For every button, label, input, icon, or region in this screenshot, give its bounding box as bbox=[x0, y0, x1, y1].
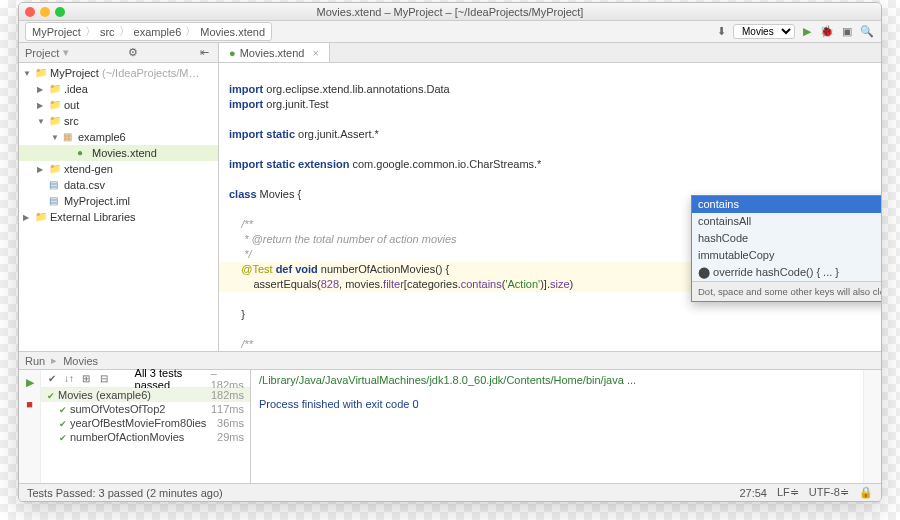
status-tests: Tests Passed: 3 passed (2 minutes ago) bbox=[27, 487, 223, 499]
test-toolbar: ✔ ↓↑ ⊞ ⊟ All 3 tests passed – 182ms bbox=[41, 370, 250, 388]
test-pass-filter-icon[interactable]: ✔ bbox=[45, 371, 58, 387]
test-expand-icon[interactable]: ⊞ bbox=[80, 371, 93, 387]
window-title: Movies.xtend – MyProject – [~/IdeaProjec… bbox=[317, 6, 584, 18]
search-icon[interactable]: 🔍 bbox=[859, 24, 875, 40]
breadcrumb[interactable]: MyProject〉 src〉 example6〉 Movies.xtend bbox=[25, 22, 272, 41]
completion-item[interactable]: ⬤ override hashCode() { ... }Object bbox=[692, 264, 881, 281]
test-collapse-icon[interactable]: ⊟ bbox=[97, 371, 110, 387]
tree-node[interactable]: ▶📁External Libraries bbox=[19, 209, 218, 225]
editor: ●Movies.xtend× import org.eclipse.xtend.… bbox=[219, 43, 881, 351]
tree-node[interactable]: ▼📁src bbox=[19, 113, 218, 129]
debug-icon[interactable]: 🐞 bbox=[819, 24, 835, 40]
status-encoding[interactable]: UTF-8≑ bbox=[809, 486, 849, 499]
console-gutter bbox=[863, 370, 881, 483]
status-line-sep[interactable]: LF≑ bbox=[777, 486, 799, 499]
tree-node[interactable]: ▶📁.idea bbox=[19, 81, 218, 97]
tree-node[interactable]: ▼▦example6 bbox=[19, 129, 218, 145]
crumb-project: MyProject bbox=[32, 26, 81, 38]
rerun-icon[interactable]: ▶ bbox=[22, 374, 38, 390]
zoom-icon[interactable] bbox=[55, 7, 65, 17]
build-icon[interactable]: ⬇︎ bbox=[713, 24, 729, 40]
tab-movies[interactable]: ●Movies.xtend× bbox=[219, 43, 330, 62]
project-header: Project ▾ ⚙ ⇤ bbox=[19, 43, 218, 63]
run-tab-label[interactable]: Run bbox=[25, 355, 45, 367]
test-row[interactable]: ✔sumOfVotesOfTop2117ms bbox=[41, 402, 250, 416]
run-tool-window: Run ▸ Movies ▶ ■ ✔ ↓↑ ⊞ ⊟ All 3 tests pa… bbox=[19, 351, 881, 483]
project-settings-icon[interactable]: ⚙ bbox=[125, 45, 141, 61]
close-icon[interactable] bbox=[25, 7, 35, 17]
status-bar: Tests Passed: 3 passed (2 minutes ago) 2… bbox=[19, 483, 881, 501]
run-name: Movies bbox=[63, 355, 98, 367]
editor-tabs: ●Movies.xtend× bbox=[219, 43, 881, 63]
crumb-src: src bbox=[100, 26, 115, 38]
console: /Library/Java/JavaVirtualMachines/jdk1.8… bbox=[251, 370, 881, 483]
console-output[interactable]: /Library/Java/JavaVirtualMachines/jdk1.8… bbox=[251, 370, 863, 483]
run-gutter: ▶ ■ bbox=[19, 370, 41, 483]
window-controls bbox=[25, 7, 65, 17]
stop-icon[interactable]: ■ bbox=[22, 396, 38, 412]
collapse-icon[interactable]: ⇤ bbox=[196, 45, 212, 61]
titlebar: Movies.xtend – MyProject – [~/IdeaProjec… bbox=[19, 3, 881, 21]
test-sort-icon[interactable]: ↓↑ bbox=[62, 371, 75, 387]
completion-item[interactable]: hashCodeSet.java bbox=[692, 230, 881, 247]
test-row[interactable]: ✔numberOfActionMovies29ms bbox=[41, 430, 250, 444]
project-tree[interactable]: ▼📁MyProject (~/IdeaProjects/M…▶📁.idea▶📁o… bbox=[19, 63, 218, 351]
test-tree[interactable]: ✔Movies (example6)182ms✔sumOfVotesOfTop2… bbox=[41, 388, 250, 483]
crumb-file: Movies.xtend bbox=[200, 26, 265, 38]
tree-node[interactable]: ▤MyProject.iml bbox=[19, 193, 218, 209]
status-caret[interactable]: 27:54 bbox=[739, 487, 767, 499]
more-icon[interactable]: ▣ bbox=[839, 24, 855, 40]
crumb-pkg: example6 bbox=[134, 26, 182, 38]
tree-node[interactable]: ▶📁xtend-gen bbox=[19, 161, 218, 177]
minimize-icon[interactable] bbox=[40, 7, 50, 17]
tree-node[interactable]: ▤data.csv bbox=[19, 177, 218, 193]
tree-node[interactable]: ▼📁MyProject (~/IdeaProjects/M… bbox=[19, 65, 218, 81]
code-editor[interactable]: import org.eclipse.xtend.lib.annotations… bbox=[219, 63, 881, 351]
project-tool-window: Project ▾ ⚙ ⇤ ▼📁MyProject (~/IdeaProject… bbox=[19, 43, 219, 351]
test-total-time: – 182ms bbox=[211, 367, 246, 391]
tree-node[interactable]: ●Movies.xtend bbox=[19, 145, 218, 161]
test-row[interactable]: ✔yearOfBestMovieFrom80ies36ms bbox=[41, 416, 250, 430]
ide-window: Movies.xtend – MyProject – [~/IdeaProjec… bbox=[18, 2, 882, 502]
close-tab-icon[interactable]: × bbox=[312, 47, 318, 59]
test-tree-panel: ✔ ↓↑ ⊞ ⊟ All 3 tests passed – 182ms ✔Mov… bbox=[41, 370, 251, 483]
main-area: Project ▾ ⚙ ⇤ ▼📁MyProject (~/IdeaProject… bbox=[19, 43, 881, 351]
tree-node[interactable]: ▶📁out bbox=[19, 97, 218, 113]
status-lock-icon[interactable]: 🔒 bbox=[859, 486, 873, 499]
completion-item[interactable]: immutableCopyCollectionExtensions.class bbox=[692, 247, 881, 264]
completion-item[interactable]: containsSet.java bbox=[692, 196, 881, 213]
test-summary: All 3 tests passed bbox=[135, 367, 207, 391]
run-config-select[interactable]: Movies bbox=[733, 24, 795, 39]
completion-item[interactable]: containsAllSet.java bbox=[692, 213, 881, 230]
completion-hint: Dot, space and some other keys will also… bbox=[692, 281, 881, 301]
main-toolbar: MyProject〉 src〉 example6〉 Movies.xtend ⬇… bbox=[19, 21, 881, 43]
run-icon[interactable]: ▶ bbox=[799, 24, 815, 40]
test-row[interactable]: ✔Movies (example6)182ms bbox=[41, 388, 250, 402]
project-header-label: Project bbox=[25, 47, 59, 59]
completion-popup[interactable]: containsSet.javacontainsAllSet.javahashC… bbox=[691, 195, 881, 302]
